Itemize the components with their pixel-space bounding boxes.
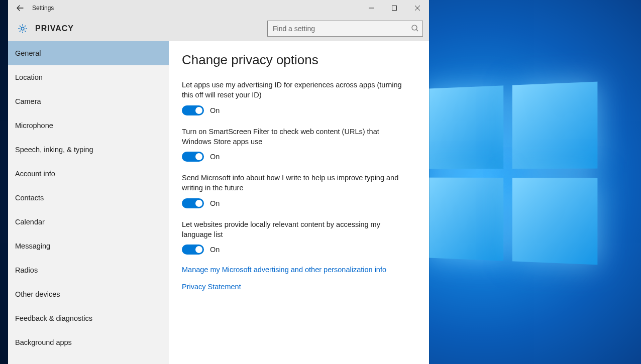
back-button[interactable] xyxy=(8,0,32,16)
minimize-icon xyxy=(368,5,374,11)
toggle-switch[interactable] xyxy=(182,245,204,255)
search-input[interactable] xyxy=(267,21,423,37)
toggle-state-label: On xyxy=(210,246,220,254)
toggle-switch[interactable] xyxy=(182,198,204,208)
page-header: PRIVACY xyxy=(8,16,429,41)
sidebar-item-microphone[interactable]: Microphone xyxy=(8,113,169,138)
close-icon xyxy=(414,5,420,11)
privacy-option-0: Let apps use my advertising ID for exper… xyxy=(182,80,414,115)
minimize-button[interactable] xyxy=(360,0,383,16)
arrow-left-icon xyxy=(16,4,24,12)
sidebar-item-general[interactable]: General xyxy=(8,41,169,65)
svg-rect-0 xyxy=(392,6,397,11)
toggle-switch[interactable] xyxy=(182,152,204,162)
privacy-option-2: Send Microsoft info about how I write to… xyxy=(182,173,414,208)
settings-window: Settings PRIVACY GeneralLocationCameraMi… xyxy=(8,0,429,364)
sidebar-item-contacts[interactable]: Contacts xyxy=(8,186,169,210)
gear-icon xyxy=(17,23,28,34)
sidebar-item-location[interactable]: Location xyxy=(8,65,169,89)
sidebar-item-feedback-diagnostics[interactable]: Feedback & diagnostics xyxy=(8,306,169,330)
sidebar: GeneralLocationCameraMicrophoneSpeech, i… xyxy=(8,41,169,364)
toggle-state-label: On xyxy=(210,153,220,161)
option-description: Let apps use my advertising ID for exper… xyxy=(182,80,403,100)
close-button[interactable] xyxy=(406,0,429,16)
privacy-option-1: Turn on SmartScreen Filter to check web … xyxy=(182,127,414,162)
content-heading: Change privacy options xyxy=(182,52,414,68)
maximize-button[interactable] xyxy=(383,0,406,16)
sidebar-item-background-apps[interactable]: Background apps xyxy=(8,330,169,354)
link-1[interactable]: Privacy Statement xyxy=(182,283,414,291)
privacy-option-3: Let websites provide locally relevant co… xyxy=(182,219,414,255)
maximize-icon xyxy=(391,5,397,11)
content-pane: Change privacy options Let apps use my a… xyxy=(169,41,429,364)
desktop-wallpaper: Settings PRIVACY GeneralLocationCameraMi… xyxy=(0,0,641,364)
sidebar-item-speech-inking-typing[interactable]: Speech, inking, & typing xyxy=(8,138,169,162)
sidebar-item-messaging[interactable]: Messaging xyxy=(8,234,169,258)
option-description: Turn on SmartScreen Filter to check web … xyxy=(182,127,403,147)
svg-point-2 xyxy=(412,25,417,30)
sidebar-item-camera[interactable]: Camera xyxy=(8,89,169,113)
svg-point-1 xyxy=(21,27,24,30)
link-0[interactable]: Manage my Microsoft advertising and othe… xyxy=(182,266,414,274)
page-title: PRIVACY xyxy=(35,24,74,33)
option-description: Send Microsoft info about how I write to… xyxy=(182,173,403,193)
toggle-switch[interactable] xyxy=(182,105,204,115)
sidebar-item-calendar[interactable]: Calendar xyxy=(8,210,169,234)
windows-logo xyxy=(425,82,597,265)
option-description: Let websites provide locally relevant co… xyxy=(182,219,403,240)
toggle-state-label: On xyxy=(210,106,220,114)
sidebar-item-account-info[interactable]: Account info xyxy=(8,162,169,186)
sidebar-item-radios[interactable]: Radios xyxy=(8,258,169,282)
window-title: Settings xyxy=(32,5,54,12)
search-icon xyxy=(411,24,419,32)
titlebar: Settings xyxy=(8,0,429,16)
sidebar-item-other-devices[interactable]: Other devices xyxy=(8,282,169,306)
toggle-state-label: On xyxy=(210,199,220,207)
